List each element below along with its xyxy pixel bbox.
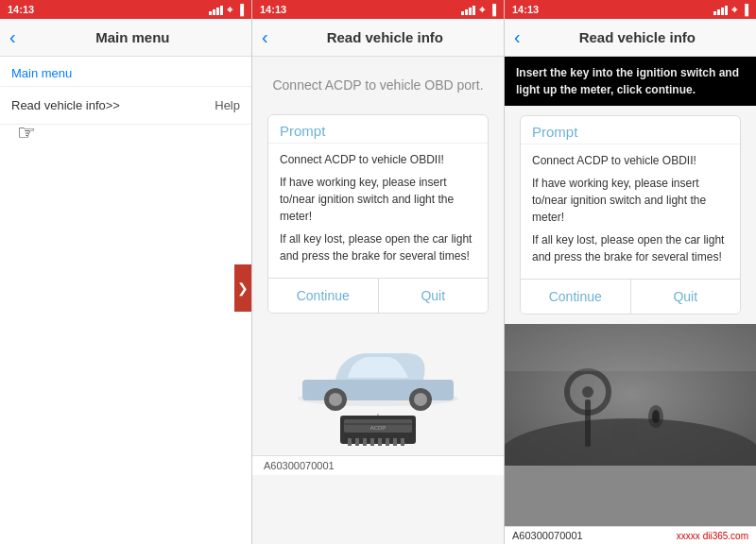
svg-point-25 [652,410,660,423]
prompt-line-3: If all key lost, please open the car lig… [280,230,476,264]
status-time-menu: 14:13 [8,4,34,15]
quit-button-middle[interactable]: Quit [379,279,489,313]
svg-rect-16 [401,438,404,446]
status-bar-right: 14:13 ⌖ ▐ [505,0,756,19]
panel-right: 14:13 ⌖ ▐ ‹ Read vehicle info Insert the… [505,0,756,544]
header-middle: ‹ Read vehicle info [252,19,504,57]
svg-rect-27 [505,324,756,371]
header-right: ‹ Read vehicle info [505,19,756,57]
svg-rect-15 [393,438,397,446]
header-title-middle: Read vehicle info [276,29,494,45]
prompt-actions-right: Continue Quit [521,279,740,314]
svg-rect-11 [363,438,367,446]
prompt-line-r1: Connect ACDP to vehicle OBDII! [532,152,729,169]
svg-point-5 [414,393,427,406]
menu-item-help[interactable]: Help [215,98,240,112]
part-number-right: A60300070001 [512,530,677,541]
status-time-right: 14:13 [512,4,539,15]
prompt-title-middle: Prompt [268,115,488,144]
prompt-line-2: If have working key, please insert to/ne… [280,174,476,225]
wifi-icon: ⌖ [227,4,232,16]
collapse-icon: ❯ [237,280,249,296]
header-title-right: Read vehicle info [528,29,747,45]
menu-item-left: Read vehicle info>> [11,98,120,112]
prompt-body-middle: Connect ACDP to vehicle OBDII! If have w… [268,144,488,278]
back-button-right[interactable]: ‹ [514,26,521,48]
back-button-menu[interactable]: ‹ [9,26,16,48]
continue-button-middle[interactable]: Continue [268,279,379,313]
instruction-right: Insert the key into the ignition switch … [505,57,756,106]
wifi-icon-right: ⌖ [731,4,737,16]
menu-item-label: Read vehicle info>> [11,98,120,112]
footer-right: A60300070001 xxxxx dii365.com [505,526,756,544]
quit-button-right[interactable]: Quit [631,280,741,314]
car-svg: ↓ [284,331,472,416]
prompt-title-right: Prompt [521,116,740,144]
panel-middle: 14:13 ⌖ ▐ ‹ Read vehicle info Connect AC… [252,0,505,544]
menu-item-read-vehicle[interactable]: Read vehicle info>> Help [0,87,251,125]
svg-rect-13 [378,438,382,446]
battery-icon: ▐ [236,4,244,15]
cursor-indicator: ☞ [0,121,251,145]
status-bar-menu: 14:13 ⌖ ▐ [0,0,251,19]
status-time-middle: 14:13 [260,4,286,15]
back-button-middle[interactable]: ‹ [262,26,268,48]
car-interior-image [505,324,756,526]
status-bar-middle: 14:13 ⌖ ▐ [252,0,504,19]
battery-icon-middle: ▐ [489,4,496,15]
signal-icon [209,4,223,15]
prompt-line-r2: If have working key, please insert to/ne… [532,175,729,226]
menu-breadcrumb: Main menu [0,57,251,87]
obd-svg: ACDP [331,408,425,455]
continue-button-right[interactable]: Continue [521,280,631,314]
signal-icon-right [713,4,728,15]
svg-rect-10 [355,438,359,446]
instruction-text-right: Insert the key into the ignition switch … [516,66,739,96]
watermark-right: xxxxx dii365.com [677,531,748,541]
svg-point-23 [582,386,593,398]
part-number-middle: A60300070001 [252,455,504,475]
prompt-actions-middle: Continue Quit [268,278,488,313]
signal-icon-middle [461,4,475,15]
svg-rect-21 [585,400,591,447]
header-title-menu: Main menu [24,29,242,45]
svg-rect-9 [348,438,352,446]
wifi-icon-middle: ⌖ [479,4,485,16]
header-menu: ‹ Main menu [0,19,251,57]
svg-rect-12 [370,438,374,446]
status-icons-middle: ⌖ ▐ [461,4,496,16]
prompt-line-1: Connect ACDP to vehicle OBDII! [280,151,476,168]
instruction-middle: Connect ACDP to vehicle OBD port. [252,57,504,105]
panel-menu: 14:13 ⌖ ▐ ‹ Main menu Main menu Read veh… [0,0,252,544]
svg-rect-14 [386,438,389,446]
svg-rect-26 [613,423,637,456]
svg-text:ACDP: ACDP [370,425,387,431]
collapse-arrow[interactable]: ❯ [234,264,251,312]
status-icons-menu: ⌖ ▐ [209,4,244,16]
status-icons-right: ⌖ ▐ [713,4,748,16]
prompt-body-right: Connect ACDP to vehicle OBDII! If have w… [521,144,740,279]
car-illustration-middle: ↓ ACDP [252,323,504,455]
prompt-line-r3: If all key lost, please open the car lig… [532,231,729,265]
prompt-box-middle: Prompt Connect ACDP to vehicle OBDII! If… [267,114,489,314]
battery-icon-right: ▐ [741,4,748,15]
prompt-box-right: Prompt Connect ACDP to vehicle OBDII! If… [520,115,741,314]
interior-svg [505,324,756,466]
svg-point-3 [329,393,342,406]
